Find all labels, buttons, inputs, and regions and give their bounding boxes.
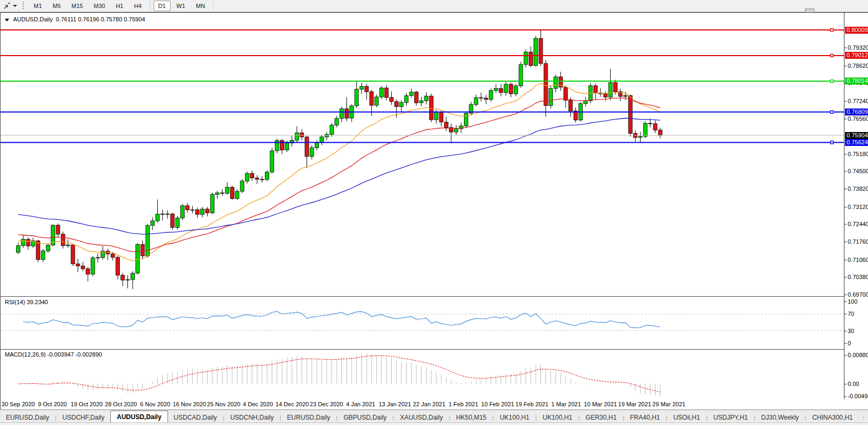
- chart-tab-ger30-h1[interactable]: GER30,H1: [580, 412, 622, 423]
- price-tick-label: 0.71060: [848, 257, 868, 263]
- date-label: 1 Feb 2021: [445, 401, 482, 407]
- chart-tab-usdcad-daily[interactable]: USDCAD,Daily: [168, 412, 223, 423]
- timeframe-buttons: M1M5M15M30H1H4D1W1MN: [28, 1, 216, 11]
- chart-tab-uk100-h1[interactable]: UK100,H1: [494, 412, 535, 423]
- price-tick-label: 0.74500: [848, 168, 868, 174]
- timeframe-button-h1[interactable]: H1: [111, 1, 128, 11]
- chart-title: AUDUSD,Daily 0.76111 0.76196 0.75780 0.7…: [5, 16, 145, 22]
- date-label: 10 Mar 2021: [582, 401, 619, 407]
- price-tick-label: 0.78620: [848, 63, 868, 69]
- timeframe-button-m5[interactable]: M5: [48, 1, 65, 11]
- chart-tab-china300-h1[interactable]: CHINA300,H1: [806, 412, 859, 423]
- chart-tabbar: EURUSD,Daily|USDCHF,DailyAUDUSD,DailyUSD…: [0, 409, 868, 423]
- chart-tab-usdchf-daily[interactable]: USDCHF,Daily: [57, 412, 111, 423]
- date-label: 19 Feb 2021: [513, 401, 551, 407]
- chart-tab-gbpusd-daily[interactable]: GBPUSD,Daily: [338, 412, 393, 423]
- date-label: 29 Mar 2021: [650, 401, 688, 407]
- price-tick-label: 0.75180: [848, 151, 868, 157]
- macd-tick-label: 0.00: [848, 381, 859, 387]
- status-strip: [0, 422, 868, 425]
- timeframe-button-m1[interactable]: M1: [29, 1, 47, 11]
- date-label: 10 Feb 2021: [479, 401, 516, 407]
- date-label: 28 Oct 2020: [102, 401, 140, 407]
- tab-separator: |: [863, 412, 864, 423]
- level-price-label: 0.75904: [845, 132, 868, 139]
- date-label: 9 Oct 2020: [34, 401, 71, 407]
- chart-tab-fra40-h1[interactable]: FRA40,H1: [624, 412, 666, 423]
- date-label: 4 Jan 2021: [342, 401, 379, 407]
- toolbar-separator: [213, 2, 214, 10]
- main-price-chart[interactable]: [1, 13, 844, 296]
- level-price-label: 0.79012: [845, 52, 868, 59]
- cursor-tool-button[interactable]: [0, 2, 20, 10]
- level-price-label: 0.80009: [845, 27, 868, 34]
- level-price-label: 0.75624: [845, 139, 868, 146]
- price-tick-label: 0.70380: [848, 274, 868, 280]
- date-label: 13 Jan 2021: [376, 401, 414, 407]
- cursor-crosshair-icon: [3, 2, 11, 10]
- rsi-tick-label: 70: [848, 311, 854, 317]
- chevron-down-icon: [13, 5, 17, 7]
- date-label: 19 Oct 2020: [68, 401, 105, 407]
- timeframe-button-h4[interactable]: H4: [129, 1, 146, 11]
- chart-tab-usoil-h1[interactable]: USOil,H1: [667, 412, 706, 423]
- date-label: 16 Nov 2020: [171, 401, 208, 407]
- timeframe-button-m15[interactable]: M15: [67, 1, 88, 11]
- macd-tick-label: -0.004961: [848, 393, 868, 399]
- macd-indicator-label: MACD(12,26,9) -0.003947 -0.002890: [5, 351, 102, 358]
- price-tick-label: 0.79320: [848, 44, 868, 51]
- price-tick-label: 0.73120: [848, 204, 868, 210]
- level-price-label: 0.78014: [845, 78, 868, 84]
- chart-tab-eurusd-daily[interactable]: EURUSD,Daily: [0, 412, 55, 423]
- price-tick-label: 0.69700: [848, 291, 868, 298]
- chart-tab-xauusd-daily[interactable]: XAUUSD,Daily: [394, 412, 448, 423]
- timeframe-toolbar: M1M5M15M30H1H4D1W1MN: [0, 0, 868, 12]
- toolbar-separator: [150, 2, 150, 10]
- triangle-down-icon: [5, 19, 9, 21]
- rsi-tick-label: 30: [848, 328, 854, 334]
- rsi-tick-label: 100: [848, 298, 857, 305]
- macd-pane[interactable]: [1, 350, 844, 399]
- date-label: 19 Mar 2021: [616, 401, 653, 407]
- chart-tab-hk50-m15[interactable]: HK50,M15: [450, 412, 492, 423]
- mt4-terminal: M1M5M15M30H1H4D1W1MN AUDUSD,Daily 0.7611…: [0, 0, 868, 425]
- pane-divider[interactable]: [1, 296, 844, 297]
- macd-tick-label: 0.008807: [848, 352, 868, 358]
- date-label: 14 Dec 2020: [273, 401, 311, 407]
- timeframe-button-w1[interactable]: W1: [172, 1, 191, 11]
- timeframe-button-mn[interactable]: MN: [191, 1, 210, 11]
- date-label: 1 Mar 2021: [547, 401, 585, 407]
- date-label: 22 Jan 2021: [410, 401, 448, 407]
- price-tick-label: 0.71760: [848, 238, 868, 245]
- chart-tab-eurusd-daily[interactable]: EURUSD,Daily: [281, 412, 336, 423]
- date-label: 25 Nov 2020: [205, 401, 242, 407]
- timeframe-button-d1[interactable]: D1: [154, 1, 171, 11]
- chart-tab-usdjpy-h1[interactable]: USDJPY,H1: [707, 412, 753, 423]
- price-tick-label: 0.76560: [848, 115, 868, 122]
- price-axis[interactable]: 0.793200.786200.779400.772400.765600.751…: [844, 13, 868, 399]
- rsi-pane[interactable]: [1, 297, 844, 349]
- toolbar-grip-handle[interactable]: [22, 2, 24, 10]
- rsi-indicator-label: RSI(14) 39.2340: [5, 299, 48, 305]
- price-tick-label: 0.72440: [848, 221, 868, 227]
- price-tick-label: 0.73820: [848, 186, 868, 192]
- chart-tab-usdcnh-daily[interactable]: USDCNH,Daily: [224, 412, 279, 423]
- date-axis[interactable]: 30 Sep 20209 Oct 202019 Oct 202028 Oct 2…: [1, 399, 844, 410]
- price-tick-label: 0.77240: [848, 98, 868, 104]
- chart-tab-audusd-daily[interactable]: AUDUSD,Daily: [110, 411, 167, 423]
- level-price-label: 0.76809: [845, 109, 868, 115]
- chart-ohlc-values: 0.76111 0.76196 0.75780 0.75904: [56, 16, 146, 22]
- date-label: 23 Dec 2020: [308, 401, 345, 407]
- chart-tab-dj30-weekly[interactable]: DJ30,Weekly: [755, 412, 804, 423]
- rsi-tick-label: 0: [848, 340, 851, 346]
- date-label: 4 Dec 2020: [239, 401, 277, 407]
- chart-symbol-label: AUDUSD,Daily: [13, 16, 52, 22]
- chart-tab-uk100-h1[interactable]: UK100,H1: [537, 412, 578, 423]
- date-label: 30 Sep 2020: [0, 401, 37, 407]
- timeframe-button-m30[interactable]: M30: [89, 1, 110, 11]
- chart-window: AUDUSD,Daily 0.76111 0.76196 0.75780 0.7…: [0, 12, 868, 410]
- date-label: 6 Nov 2020: [136, 401, 174, 407]
